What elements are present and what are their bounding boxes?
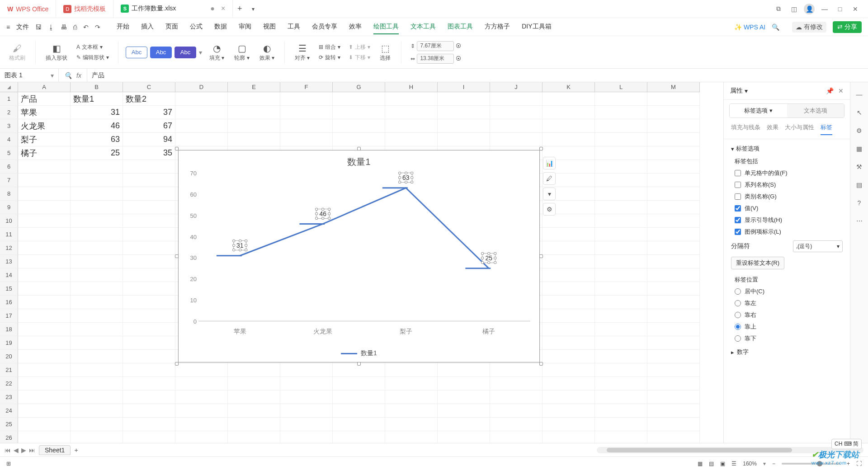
cell[interactable] (647, 418, 700, 431)
row-header[interactable]: 26 (0, 431, 18, 443)
preview-icon[interactable]: ⎙ (73, 24, 77, 31)
tab-close-icon[interactable]: × (221, 5, 225, 13)
cell[interactable] (595, 255, 647, 268)
cell[interactable] (490, 119, 542, 133)
cell[interactable] (71, 255, 123, 268)
col-header[interactable]: F (280, 82, 333, 92)
tab-menu-button[interactable]: ▾ (246, 2, 260, 16)
data-label[interactable]: 63 (399, 173, 413, 183)
radio-top[interactable] (735, 324, 741, 330)
col-header[interactable]: J (490, 82, 542, 92)
propnav-size[interactable]: 大小与属性 (785, 123, 814, 135)
col-header[interactable]: D (175, 82, 228, 92)
sheet-prev-icon[interactable]: ◀ (14, 446, 19, 454)
cell[interactable] (595, 404, 647, 418)
cell[interactable] (18, 336, 71, 350)
cell[interactable] (542, 350, 595, 363)
cell[interactable] (333, 363, 385, 377)
cell[interactable] (71, 363, 123, 377)
edit-shape-button[interactable]: ✎ 编辑形状 ▾ (75, 53, 111, 62)
cell[interactable] (71, 174, 123, 187)
row-header[interactable]: 6 (0, 160, 18, 174)
row-header[interactable]: 12 (0, 241, 18, 255)
chart-filter-button[interactable]: ▾ (543, 188, 556, 200)
cell[interactable] (542, 119, 595, 133)
radio-right[interactable] (735, 312, 741, 318)
cell[interactable] (123, 296, 175, 309)
cell[interactable] (647, 187, 700, 201)
tab-review[interactable]: 审阅 (239, 20, 251, 34)
sheet-next-icon[interactable]: ▶ (21, 446, 26, 454)
cell[interactable] (438, 119, 490, 133)
view-layout-icon[interactable]: ▣ (720, 461, 725, 467)
cell[interactable] (490, 390, 542, 404)
share-button[interactable]: ⇄ 分享 (833, 21, 862, 33)
cell[interactable] (595, 296, 647, 309)
cell[interactable] (123, 404, 175, 418)
cell[interactable] (333, 106, 385, 119)
row-header[interactable]: 20 (0, 350, 18, 363)
export-icon[interactable]: ⭳ (48, 24, 54, 31)
cell[interactable] (438, 404, 490, 418)
minimize-button[interactable]: — (819, 4, 830, 14)
cell[interactable] (333, 377, 385, 390)
cell[interactable] (647, 241, 700, 255)
cell[interactable] (647, 228, 700, 241)
cell[interactable] (542, 133, 595, 146)
cell[interactable] (595, 241, 647, 255)
cell[interactable] (490, 106, 542, 119)
cell[interactable] (595, 106, 647, 119)
cell[interactable] (18, 282, 71, 296)
file-menu[interactable]: 文件 (16, 23, 29, 31)
move-down-button[interactable]: ⬇ 下移 ▾ (347, 53, 372, 62)
chart-settings-button[interactable]: ⚙ (543, 203, 556, 216)
insert-shape-button[interactable]: ◧ 插入形状 (43, 42, 70, 62)
cell[interactable] (490, 418, 542, 431)
cell[interactable] (333, 404, 385, 418)
cell[interactable] (385, 377, 438, 390)
check-cell-value[interactable] (735, 170, 741, 176)
cell[interactable] (647, 363, 700, 377)
cell[interactable] (175, 404, 228, 418)
check-leader-lines[interactable] (735, 217, 741, 223)
cell[interactable]: 产品 (18, 92, 71, 106)
cell[interactable] (175, 92, 228, 106)
pin-icon[interactable]: 📌 (826, 87, 834, 94)
row-header[interactable]: 9 (0, 201, 18, 214)
cell[interactable]: 数量2 (123, 92, 175, 106)
height-field[interactable]: ⇕ 7.67厘米 ⦿ (409, 40, 463, 52)
zoom-level[interactable]: 160% (743, 461, 757, 467)
row-header[interactable]: 3 (0, 119, 18, 133)
name-box[interactable]: 图表 1▾ (0, 69, 59, 82)
tab-fanggezi[interactable]: 方方格子 (485, 20, 510, 34)
rail-tools-icon[interactable]: ⚒ (854, 162, 864, 172)
col-header[interactable]: K (542, 82, 595, 92)
cell[interactable] (647, 255, 700, 268)
text-box-button[interactable]: A 文本框 ▾ (75, 42, 111, 52)
wps-ai-button[interactable]: ✨ WPS AI (734, 24, 765, 31)
cell[interactable] (647, 174, 700, 187)
rail-settings-icon[interactable]: ⚙ (854, 126, 864, 136)
cell[interactable] (595, 174, 647, 187)
cell[interactable] (595, 133, 647, 146)
cell[interactable] (123, 363, 175, 377)
rail-more-icon[interactable]: ⋯ (854, 216, 864, 226)
data-label[interactable]: 46 (316, 209, 330, 219)
cell[interactable] (123, 201, 175, 214)
cell[interactable] (490, 404, 542, 418)
row-header[interactable]: 13 (0, 255, 18, 268)
cell[interactable] (228, 119, 280, 133)
cell[interactable] (228, 106, 280, 119)
check-category-name[interactable] (735, 193, 741, 200)
tab-start[interactable]: 开始 (117, 20, 129, 34)
modified-badge[interactable]: ☁ 有修改 (792, 22, 826, 33)
tab-page[interactable]: 页面 (165, 20, 178, 34)
cell[interactable] (595, 363, 647, 377)
col-header[interactable]: C (123, 82, 175, 92)
rail-collapse-icon[interactable]: — (854, 89, 864, 99)
cell[interactable] (333, 133, 385, 146)
cell[interactable] (490, 377, 542, 390)
app-menu-icon[interactable]: ≡ (6, 24, 10, 31)
cell[interactable] (18, 377, 71, 390)
col-header[interactable]: E (228, 82, 280, 92)
